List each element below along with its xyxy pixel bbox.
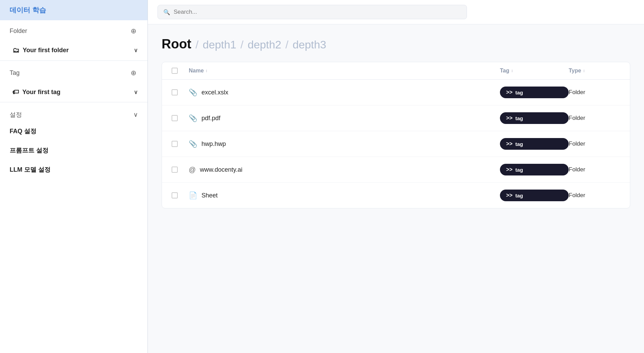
sidebar-first-tag[interactable]: 🏷 Your first tag ∨ [0, 83, 148, 101]
row-tag-cell: >> tag [500, 138, 569, 150]
table-row[interactable]: @ www.docenty.ai >> tag Folder [162, 157, 630, 183]
row-checkbox[interactable] [172, 167, 178, 173]
sidebar-folder-section: Folder ⊕ [0, 20, 148, 42]
divider-2 [0, 102, 148, 102]
sidebar-tag-section: Tag ⊕ [0, 62, 148, 83]
folder-icon: 🗂 [12, 46, 19, 54]
table-header-name[interactable]: Name ↕ [189, 68, 500, 74]
row-name-cell: 📎 pdf.pdf [189, 114, 500, 122]
row-name-cell: 📄 Sheet [189, 191, 500, 200]
row-checkbox[interactable] [172, 89, 178, 95]
file-table: Name ↕ Tag ↕ Type ↕ 📎 excel.xslx [162, 62, 630, 208]
tag-sort-icon: ↕ [511, 68, 513, 73]
row-checkbox-cell [172, 115, 189, 121]
table-header-tag[interactable]: Tag ↕ [500, 68, 569, 74]
file-name: hwp.hwp [201, 140, 226, 148]
settings-chevron: ∨ [133, 111, 138, 118]
row-tag-cell: >> tag [500, 112, 569, 124]
tag-badge[interactable]: >> tag [500, 87, 569, 98]
breadcrumb-depth2[interactable]: depth2 [248, 38, 281, 51]
row-type-cell: Folder [569, 115, 620, 122]
sidebar-folder-label: Folder [10, 27, 27, 35]
sidebar-first-folder[interactable]: 🗂 Your first folder ∨ [0, 42, 148, 59]
tag-name: Your first tag [22, 89, 61, 96]
file-name: excel.xslx [201, 89, 228, 96]
settings-item-faq[interactable]: FAQ 설정 [0, 122, 148, 141]
tag-badge[interactable]: >> tag [500, 190, 569, 201]
content-area: Root / depth1 / depth2 / depth3 Name ↕ T… [148, 24, 644, 353]
sidebar: 데이터 학습 Folder ⊕ 🗂 Your first folder ∨ Ta… [0, 0, 148, 353]
table-row[interactable]: 📄 Sheet >> tag Folder [162, 183, 630, 208]
header-checkbox[interactable] [172, 68, 178, 74]
tag-badge[interactable]: >> tag [500, 164, 569, 175]
type-sort-icon: ↕ [583, 68, 585, 73]
search-bar-wrapper: 🔍 [148, 0, 644, 24]
settings-item-llm[interactable]: LLM 모델 설정 [0, 160, 148, 179]
breadcrumb-depth3[interactable]: depth3 [293, 38, 326, 51]
tag-icon: 🏷 [12, 88, 19, 96]
file-icon: 📎 [189, 114, 197, 122]
table-header-checkbox-col [172, 68, 189, 74]
row-tag-cell: >> tag [500, 164, 569, 175]
row-tag-cell: >> tag [500, 190, 569, 201]
search-icon: 🔍 [163, 9, 170, 15]
file-name: Sheet [201, 192, 218, 199]
row-checkbox[interactable] [172, 192, 178, 198]
row-type-cell: Folder [569, 192, 620, 199]
file-name: www.docenty.ai [200, 166, 242, 173]
tag-badge-icon: >> [506, 89, 513, 95]
file-icon: @ [189, 166, 196, 174]
breadcrumb-sep-3: / [285, 38, 288, 51]
row-checkbox[interactable] [172, 141, 178, 147]
breadcrumb-root: Root [162, 37, 192, 52]
tag-badge-label: tag [515, 193, 523, 198]
tag-badge-label: tag [515, 167, 523, 173]
table-header: Name ↕ Tag ↕ Type ↕ [162, 62, 630, 80]
file-icon: 📄 [189, 191, 197, 200]
tag-badge[interactable]: >> tag [500, 112, 569, 124]
row-name-cell: 📎 excel.xslx [189, 88, 500, 96]
table-body: 📎 excel.xslx >> tag Folder 📎 pdf.pdf >> … [162, 80, 630, 208]
tag-badge-icon: >> [506, 141, 513, 147]
row-name-cell: @ www.docenty.ai [189, 166, 500, 174]
file-name: pdf.pdf [201, 115, 220, 122]
breadcrumb: Root / depth1 / depth2 / depth3 [162, 37, 630, 52]
add-folder-button[interactable]: ⊕ [129, 26, 138, 35]
settings-item-prompt[interactable]: 프롬프트 설정 [0, 141, 148, 160]
tag-badge-icon: >> [506, 115, 513, 121]
breadcrumb-depth1[interactable]: depth1 [203, 38, 236, 51]
row-checkbox-cell [172, 89, 189, 95]
file-icon: 📎 [189, 140, 197, 148]
table-row[interactable]: 📎 excel.xslx >> tag Folder [162, 80, 630, 105]
table-header-type[interactable]: Type ↕ [569, 68, 620, 74]
search-input[interactable] [174, 9, 461, 15]
table-row[interactable]: 📎 pdf.pdf >> tag Folder [162, 105, 630, 131]
tag-badge-label: tag [515, 90, 523, 95]
row-checkbox[interactable] [172, 115, 178, 121]
add-tag-button[interactable]: ⊕ [129, 68, 138, 77]
divider-1 [0, 60, 148, 61]
search-bar: 🔍 [157, 5, 467, 19]
table-row[interactable]: 📎 hwp.hwp >> tag Folder [162, 131, 630, 157]
sidebar-tag-label: Tag [10, 69, 20, 77]
folder-name: Your first folder [23, 47, 69, 54]
tag-badge-icon: >> [506, 192, 513, 198]
settings-label: 설정 [10, 111, 22, 119]
row-checkbox-cell [172, 141, 189, 147]
folder-chevron: ∨ [134, 47, 138, 54]
row-type-cell: Folder [569, 140, 620, 147]
tag-badge-label: tag [515, 115, 523, 121]
tag-badge[interactable]: >> tag [500, 138, 569, 150]
row-type-cell: Folder [569, 89, 620, 96]
row-tag-cell: >> tag [500, 87, 569, 98]
sidebar-item-data-learning[interactable]: 데이터 학습 [0, 0, 148, 20]
row-name-cell: 📎 hwp.hwp [189, 140, 500, 148]
file-icon: 📎 [189, 88, 197, 96]
row-type-cell: Folder [569, 166, 620, 173]
row-checkbox-cell [172, 167, 189, 173]
sidebar-settings-header[interactable]: 설정 ∨ [0, 104, 148, 122]
breadcrumb-sep-1: / [196, 38, 199, 51]
tag-chevron: ∨ [134, 89, 138, 95]
main-content: 🔍 Root / depth1 / depth2 / depth3 Name [148, 0, 644, 353]
name-sort-icon: ↕ [206, 68, 208, 73]
